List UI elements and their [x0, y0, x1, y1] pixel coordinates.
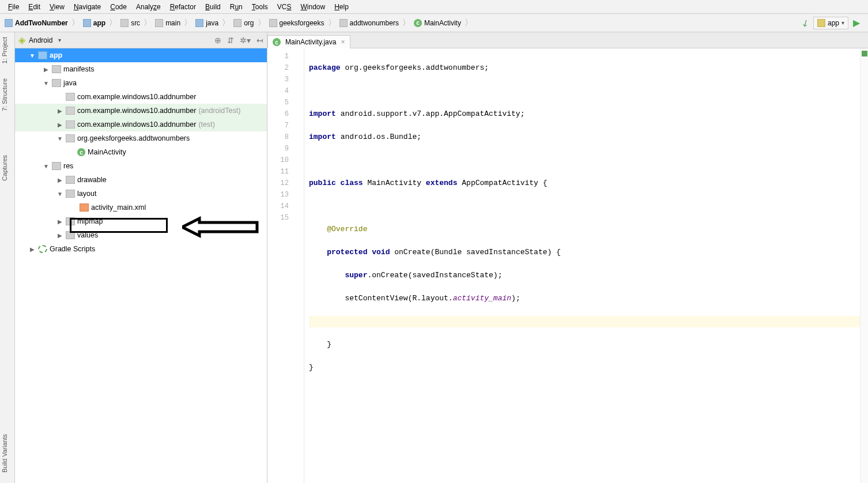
code-editor[interactable]: 1 2 3 4 5 6 7 8 9 10 11 12 13 14 15 pack…: [267, 48, 868, 483]
expand-toggle-icon[interactable]: ▼: [56, 191, 63, 197]
crumb-label: src: [131, 19, 140, 27]
expand-toggle-icon[interactable]: ▶: [56, 122, 63, 128]
tree-node-pkg3[interactable]: ▶ com.example.windows10.addnumber (test): [15, 118, 267, 131]
expand-toggle-icon[interactable]: ▼: [43, 80, 50, 86]
expand-toggle-icon[interactable]: ▶: [56, 232, 63, 239]
project-tree[interactable]: ▼ app ▶ manifests ▼ java com.example.win…: [15, 48, 267, 483]
line-number: 15: [267, 212, 304, 224]
expand-toggle-icon[interactable]: ▼: [43, 163, 50, 169]
folder-icon: [339, 19, 348, 27]
settings-icon[interactable]: ✲▾: [240, 36, 251, 45]
crumb-addtwonumbers[interactable]: addtwonumbers: [337, 18, 401, 28]
breadcrumb: AddTwoNumber〉 app〉 src〉 main〉 java〉 org〉…: [2, 18, 801, 28]
android-icon: ◈: [18, 35, 25, 46]
crumb-label: java: [206, 19, 218, 27]
menu-code[interactable]: Code: [105, 2, 131, 12]
tree-label: org.geeksforgeeks.addtwonumbers: [77, 134, 190, 142]
code-content[interactable]: package org.geeksforgeeks.addtwonumbers;…: [304, 48, 868, 483]
tool-project[interactable]: 1: Project: [0, 32, 9, 68]
menu-vcs[interactable]: VCS: [273, 2, 296, 12]
tree-node-mainactivity[interactable]: c MainActivity: [15, 145, 267, 159]
tree-node-mipmap[interactable]: ▶ mipmap: [15, 214, 267, 228]
menu-view[interactable]: View: [45, 2, 69, 12]
expand-toggle-icon[interactable]: ▶: [56, 108, 63, 114]
tool-build-variants[interactable]: Build Variants: [0, 429, 9, 477]
expand-toggle-icon[interactable]: ▶: [29, 246, 36, 252]
menu-analyze[interactable]: Analyze: [131, 2, 165, 12]
expand-toggle-icon[interactable]: ▼: [29, 52, 36, 59]
collapse-all-icon[interactable]: ⇵: [227, 36, 234, 45]
run-button[interactable]: ▶: [853, 17, 860, 28]
tree-label: app: [50, 51, 62, 59]
expand-toggle-icon[interactable]: ▶: [56, 218, 63, 225]
tree-label: layout: [77, 190, 96, 198]
crumb-geeksforgeeks[interactable]: geeksforgeeks: [267, 18, 327, 28]
line-number: 5: [267, 97, 304, 108]
project-mode-label[interactable]: Android: [29, 36, 52, 44]
close-tab-icon[interactable]: ×: [341, 38, 345, 46]
run-config-dropdown[interactable]: app ▾: [813, 17, 848, 29]
line-number: 2: [267, 62, 304, 74]
package-icon: [66, 107, 75, 115]
navigation-bar: AddTwoNumber〉 app〉 src〉 main〉 java〉 org〉…: [0, 14, 868, 32]
tree-node-app[interactable]: ▼ app: [15, 48, 267, 62]
tree-node-gradle[interactable]: ▶ Gradle Scripts: [15, 242, 267, 256]
line-number: 1: [267, 51, 304, 62]
tree-node-drawable[interactable]: ▶ drawable: [15, 173, 267, 187]
crumb-app[interactable]: app: [81, 18, 108, 28]
tree-label: values: [77, 231, 98, 239]
tool-captures[interactable]: Captures: [0, 150, 9, 186]
tree-label: com.example.windows10.addnumber: [77, 107, 196, 115]
gutter: 1 2 3 4 5 6 7 8 9 10 11 12 13 14 15: [267, 48, 304, 483]
error-stripe[interactable]: [860, 48, 868, 483]
crumb-mainactivity[interactable]: cMainActivity: [412, 18, 463, 28]
crumb-src[interactable]: src: [118, 18, 142, 28]
expand-toggle-icon[interactable]: ▶: [43, 66, 50, 73]
tree-node-values[interactable]: ▶ values: [15, 228, 267, 242]
left-tool-strip: 1: Project 7: Structure Captures Build V…: [0, 32, 15, 483]
toolbar-right: ↙ app ▾ ▶: [801, 17, 866, 29]
menu-help[interactable]: Help: [330, 2, 353, 12]
crumb-org[interactable]: org: [231, 18, 256, 28]
line-number: 10: [267, 154, 304, 166]
menu-build[interactable]: Build: [201, 2, 225, 12]
menu-edit[interactable]: Edit: [24, 2, 45, 12]
tree-node-pkg2[interactable]: ▶ com.example.windows10.addnumber (andro…: [15, 104, 267, 118]
tree-node-java[interactable]: ▼ java: [15, 76, 267, 90]
folder-icon: [52, 162, 61, 170]
tool-structure[interactable]: 7: Structure: [0, 74, 9, 116]
folder-icon: [66, 190, 75, 198]
line-number: 13: [267, 189, 304, 201]
analysis-ok-icon: [862, 51, 867, 56]
make-project-icon[interactable]: ↙: [799, 16, 811, 29]
menu-window[interactable]: Window: [296, 2, 330, 12]
scroll-from-source-icon[interactable]: ⊕: [214, 36, 221, 45]
chevron-down-icon[interactable]: ▾: [58, 37, 61, 43]
editor-tab-mainactivity[interactable]: c MainActivity.java ×: [267, 35, 350, 48]
folder-icon: [66, 217, 75, 225]
tree-node-layout[interactable]: ▼ layout: [15, 187, 267, 201]
tool-label: 7: Structure: [1, 78, 8, 111]
tree-node-pkg1[interactable]: com.example.windows10.addnumber: [15, 90, 267, 104]
menu-file[interactable]: File: [3, 2, 24, 12]
tree-node-activity-main-xml[interactable]: activity_main.xml: [15, 201, 267, 214]
crumb-main[interactable]: main: [153, 18, 183, 28]
class-icon: c: [414, 19, 422, 27]
tree-node-manifests[interactable]: ▶ manifests: [15, 62, 267, 76]
chevron-right-icon: 〉: [463, 18, 474, 28]
chevron-right-icon: 〉: [70, 18, 81, 28]
tree-node-res[interactable]: ▼ res: [15, 159, 267, 173]
menu-tools[interactable]: Tools: [247, 2, 273, 12]
module-icon: [5, 19, 13, 27]
crumb-java[interactable]: java: [193, 18, 221, 28]
menu-bar: File Edit View Navigate Code Analyze Ref…: [0, 0, 868, 14]
tree-label: MainActivity: [88, 148, 126, 156]
menu-navigate[interactable]: Navigate: [69, 2, 105, 12]
menu-run[interactable]: Run: [225, 2, 247, 12]
hide-icon[interactable]: ↤: [256, 36, 263, 45]
expand-toggle-icon[interactable]: ▶: [56, 177, 63, 183]
tree-node-pkg4[interactable]: ▼ org.geeksforgeeks.addtwonumbers: [15, 131, 267, 145]
menu-refactor[interactable]: Refactor: [165, 2, 201, 12]
expand-toggle-icon[interactable]: ▼: [56, 135, 63, 142]
crumb-project[interactable]: AddTwoNumber: [2, 18, 70, 28]
